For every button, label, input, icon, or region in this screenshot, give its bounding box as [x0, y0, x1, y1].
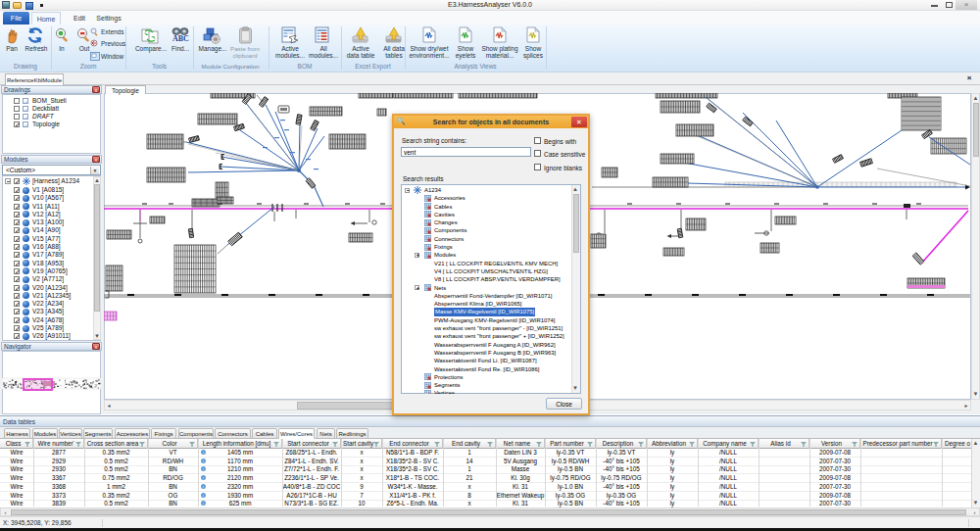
svg-text:ABC: ABC [172, 34, 189, 43]
